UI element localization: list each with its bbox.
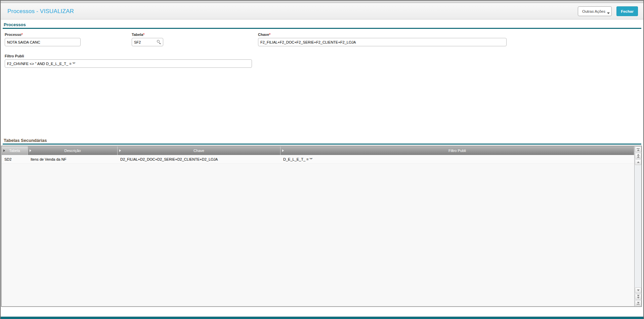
line-up-button[interactable] xyxy=(635,159,641,165)
main-content: Processos Processo* Tabela* Chave* Filtr… xyxy=(1,20,643,317)
page-down-button[interactable] xyxy=(635,294,641,300)
scrollbar-track[interactable] xyxy=(635,165,641,287)
close-button[interactable]: Fechar xyxy=(616,6,638,16)
field-filtro-publi: Filtro Publi xyxy=(5,54,252,68)
column-arrow-icon xyxy=(119,149,121,152)
app-window: Processos - VISUALIZAR Outras Ações Fech… xyxy=(0,0,644,319)
grid-row[interactable]: SD2Itens de Venda da NFD2_FILIAL+D2_DOC+… xyxy=(2,155,634,164)
grid-cell: D2_FILIAL+D2_DOC+D2_SERIE+D2_CLIENTE+D2_… xyxy=(118,157,281,161)
grid-cell: Itens de Venda da NF xyxy=(28,157,118,161)
required-asterisk: * xyxy=(269,33,270,37)
chave-label: Chave* xyxy=(258,33,507,37)
processo-input[interactable] xyxy=(5,38,81,46)
bottom-status-bar xyxy=(1,317,643,319)
scroll-top-button[interactable] xyxy=(635,147,641,152)
grid-column-header[interactable]: Descrição xyxy=(28,146,118,155)
required-asterisk: * xyxy=(22,33,23,37)
scroll-bottom-button[interactable] xyxy=(635,300,641,306)
page-up-button[interactable] xyxy=(635,153,641,159)
tabela-label: Tabela* xyxy=(132,33,163,37)
scroll-top-icon xyxy=(637,148,640,149)
column-arrow-icon xyxy=(30,149,31,152)
field-chave: Chave* xyxy=(258,33,507,46)
column-arrow-icon xyxy=(3,149,5,152)
line-up-icon xyxy=(637,161,640,163)
section-title-processos: Processos xyxy=(4,22,26,27)
grid-scrollbar xyxy=(634,146,641,306)
grid-cell: D_E_L_E_T_ = '*' xyxy=(281,157,634,161)
filtro-publi-label: Filtro Publi xyxy=(5,54,252,58)
secondary-tables-grid: TabelaDescriçãoChaveFiltro Publi SD2Iten… xyxy=(1,146,642,307)
grid-column-header[interactable]: Filtro Publi xyxy=(281,146,634,155)
required-asterisk: * xyxy=(143,33,144,37)
window-top-strip xyxy=(1,1,643,3)
grid-column-label: Filtro Publi xyxy=(448,149,466,153)
grid-column-label: Chave xyxy=(194,149,204,153)
grid-column-label: Tabela xyxy=(9,149,20,153)
grid-column-header[interactable]: Tabela xyxy=(2,146,28,155)
chave-input[interactable] xyxy=(258,38,507,46)
page-up-icon xyxy=(637,156,640,158)
filtro-publi-input[interactable] xyxy=(5,59,252,68)
header-bar: Processos - VISUALIZAR Outras Ações Fech… xyxy=(1,3,643,19)
scroll-bottom-icon xyxy=(637,302,640,304)
processo-label: Processo* xyxy=(5,33,81,37)
page-down-icon xyxy=(637,295,640,297)
section-rule xyxy=(3,28,641,29)
grid-cell: SD2 xyxy=(2,157,28,161)
grid-column-header[interactable]: Chave xyxy=(118,146,281,155)
chevron-down-icon xyxy=(607,12,610,14)
scroll-bottom-icon xyxy=(637,304,640,305)
field-processo: Processo* xyxy=(5,33,81,46)
line-down-button[interactable] xyxy=(635,287,641,293)
page-down-icon xyxy=(637,297,640,299)
page-up-icon xyxy=(637,154,640,156)
field-tabela: Tabela* xyxy=(132,33,163,46)
other-actions-button[interactable]: Outras Ações xyxy=(578,6,612,16)
magnifier-icon[interactable] xyxy=(157,40,161,44)
page-title: Processos - VISUALIZAR xyxy=(7,8,74,15)
section-rule xyxy=(3,144,641,145)
scroll-top-icon xyxy=(637,149,640,151)
line-down-icon xyxy=(637,289,640,291)
grid-column-label: Descrição xyxy=(65,149,81,153)
grid-header: TabelaDescriçãoChaveFiltro Publi xyxy=(2,146,634,155)
grid-rows: SD2Itens de Venda da NFD2_FILIAL+D2_DOC+… xyxy=(2,155,634,306)
column-arrow-icon xyxy=(282,149,284,152)
other-actions-label: Outras Ações xyxy=(582,9,605,13)
section-title-tabelas-secundarias: Tabelas Secundárias xyxy=(4,138,47,143)
